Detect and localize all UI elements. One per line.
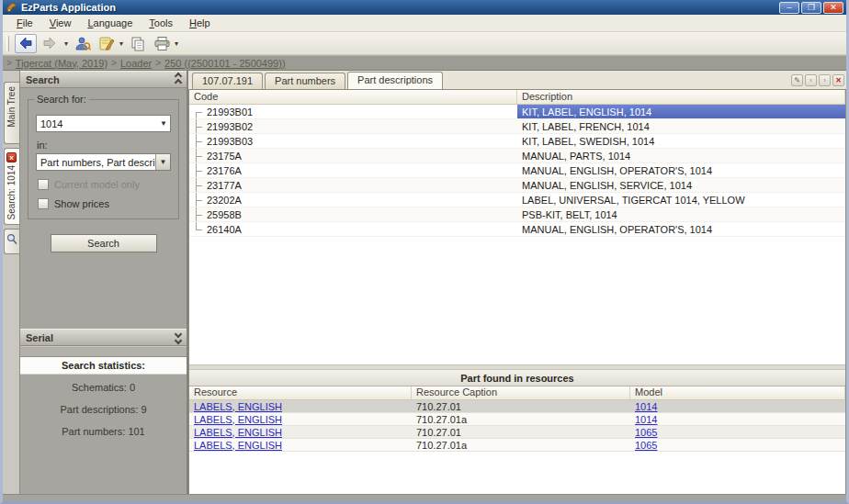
search-statistics: Schematics: 0Part descriptions: 9Part nu… [20,375,187,457]
tree-branch-icon [189,134,204,148]
print-button[interactable] [151,34,173,53]
double-chevron-up-icon[interactable] [175,73,181,85]
search-in-combobox[interactable]: Part numbers, Part descriptio... ▼ [36,153,171,171]
menu-bar: FileViewLanguageToolsHelp [3,15,846,32]
resource-row[interactable]: LABELS, ENGLISH710.27.011065 [189,426,845,439]
resource-caption-cell: 710.27.01a [412,414,630,425]
checkbox-row-current-model-only[interactable]: Current model only [38,179,171,190]
close-button[interactable]: ✕ [823,2,843,14]
menu-file[interactable]: File [8,16,41,30]
resource-cell: LABELS, ENGLISH [189,427,412,438]
part-description: MANUAL, ENGLISH, SERVICE, 1014 [517,178,845,192]
scroll-right-icon[interactable]: › [819,74,831,86]
print-dropdown-icon[interactable]: ▾ [173,39,180,48]
edit-pencil-icon[interactable]: ✎ [791,74,803,86]
model-link[interactable]: 1014 [635,414,657,425]
column-header-code[interactable]: Code [189,90,517,104]
sidebar-tab-search-tool[interactable] [4,229,19,254]
menu-tools[interactable]: Tools [141,16,181,30]
stat-part-descriptions: Part descriptions: 9 [20,404,187,415]
column-header-resource-caption[interactable]: Resource Caption [412,386,630,399]
breadcrumb-link[interactable]: 250 ((2500101 - 2500499)) [164,58,285,69]
part-row[interactable]: 21993B01KIT, LABEL, ENGLISH, 1014 [189,105,845,119]
search-term-value: 1014 [37,118,157,129]
app-window: EzParts Application – ❐ ✕ FileViewLangua… [0,0,849,504]
breadcrumb: >Tigercat (May, 2019)>Loader>250 ((25001… [3,55,846,71]
part-row[interactable]: 21993B03KIT, LABEL, SWEDISH, 1014 [189,134,845,149]
part-code: 23176A [204,163,517,177]
model-cell: 1014 [630,414,845,425]
checkbox-row-show-prices[interactable]: Show prices [38,198,171,209]
part-row[interactable]: 21993B02KIT, LABEL, FRENCH, 1014 [189,119,845,134]
maximize-button[interactable]: ❐ [801,2,821,14]
part-row[interactable]: 23202ALABEL, UNIVERSAL, TIGERCAT 1014, Y… [189,193,845,207]
checkbox-icon[interactable] [38,198,49,209]
sidebar-tab-search[interactable]: x Search: 1014 [4,148,19,225]
breadcrumb-link[interactable]: Tigercat (May, 2019) [16,58,108,69]
part-row[interactable]: 25958BPSB-KIT, BELT, 1014 [189,207,845,222]
chevron-down-icon[interactable]: ▼ [157,119,170,128]
resource-row[interactable]: LABELS, ENGLISH710.27.011014 [189,400,845,413]
tree-branch-icon [189,105,204,118]
serial-panel-header[interactable]: Serial [20,329,187,346]
search-user-button[interactable] [72,34,94,53]
resource-caption-cell: 710.27.01a [412,440,630,451]
model-link[interactable]: 1014 [635,401,657,412]
tree-branch-icon [189,178,204,192]
tab-107-07-191[interactable]: 107.07.191 [192,73,263,89]
model-link[interactable]: 1065 [635,427,657,438]
tab-part-descriptions[interactable]: Part descriptions [347,72,443,89]
document-tab-strip: 107.07.191Part numbersPart descriptions … [188,71,846,89]
breadcrumb-separator: > [6,58,12,68]
resource-row[interactable]: LABELS, ENGLISH710.27.01a1014 [189,413,845,426]
resource-link[interactable]: LABELS, ENGLISH [194,427,282,438]
edit-note-button[interactable] [96,34,118,53]
copy-document-button[interactable] [127,34,149,53]
part-row[interactable]: 23177AMANUAL, ENGLISH, SERVICE, 1014 [189,178,845,193]
column-header-resource[interactable]: Resource [189,386,412,399]
resource-link[interactable]: LABELS, ENGLISH [194,414,282,425]
part-row[interactable]: 23175AMANUAL, PARTS, 1014 [189,149,845,163]
resource-row[interactable]: LABELS, ENGLISH710.27.01a1065 [189,439,845,452]
menu-help[interactable]: Help [181,16,219,30]
back-button[interactable] [15,34,37,53]
search-term-combobox[interactable]: 1014 ▼ [36,115,171,132]
resource-link[interactable]: LABELS, ENGLISH [194,440,282,451]
tab-part-numbers[interactable]: Part numbers [265,73,345,89]
part-code: 23175A [204,149,517,162]
sidebar-tab-main-tree[interactable]: Main Tree [4,82,19,144]
model-cell: 1065 [630,440,845,451]
part-description: LABEL, UNIVERSAL, TIGERCAT 1014, YELLOW [517,193,845,207]
edit-dropdown-icon[interactable]: ▾ [118,39,125,48]
resources-table-header: Resource Resource Caption Model [189,386,845,400]
title-bar: EzParts Application – ❐ ✕ [3,0,846,15]
scroll-left-icon[interactable]: ‹ [805,74,817,86]
menu-view[interactable]: View [41,16,80,30]
column-header-description[interactable]: Description [517,90,845,104]
forward-icon [42,37,57,50]
checkbox-icon[interactable] [38,179,49,190]
resource-link[interactable]: LABELS, ENGLISH [194,401,282,412]
minimize-button[interactable]: – [779,2,799,14]
panel-divider [20,346,187,357]
menu-language[interactable]: Language [79,16,141,30]
breadcrumb-link[interactable]: Loader [120,58,152,69]
resource-caption-cell: 710.27.01 [412,427,630,438]
close-tab-icon[interactable]: ✕ [832,74,844,86]
part-code: 21993B02 [204,119,517,133]
checkbox-label: Current model only [54,179,140,190]
column-header-model[interactable]: Model [630,386,845,399]
forward-button[interactable] [39,34,61,53]
sidebar-tab-label: Search: 1014 [6,165,17,220]
model-link[interactable]: 1065 [635,440,657,451]
part-row[interactable]: 23176AMANUAL, ENGLISH, OPERATOR'S, 1014 [189,163,845,178]
history-dropdown-icon[interactable]: ▾ [62,39,70,48]
search-panel-header[interactable]: Search [20,71,187,88]
chevron-down-icon[interactable]: ▼ [155,154,170,170]
search-button[interactable]: Search [51,234,157,252]
resource-caption-cell: 710.27.01 [412,401,630,412]
double-chevron-down-icon[interactable] [175,331,181,343]
tree-branch-icon [189,193,204,207]
part-row[interactable]: 26140AMANUAL, ENGLISH, OPERATOR'S, 1014 [189,222,845,237]
close-red-icon[interactable]: x [6,152,17,162]
